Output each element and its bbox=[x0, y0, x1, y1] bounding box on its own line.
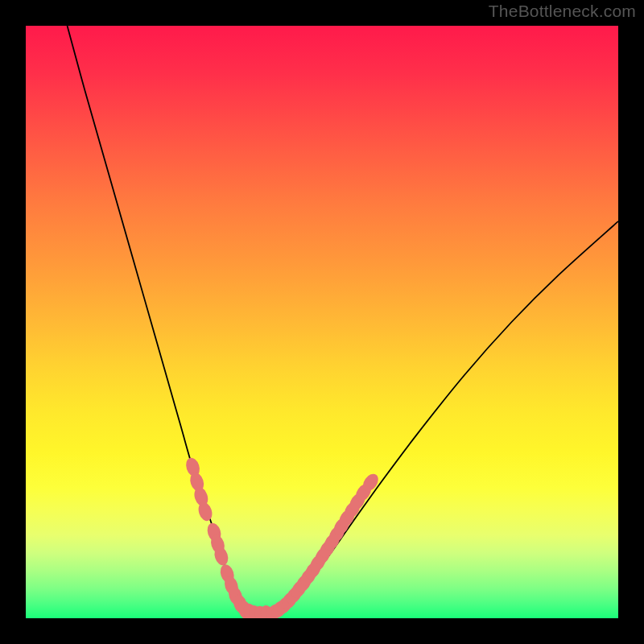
chart-frame: TheBottleneck.com bbox=[0, 0, 644, 644]
watermark-text: TheBottleneck.com bbox=[489, 2, 636, 21]
curve-layer bbox=[26, 26, 618, 618]
plot-area bbox=[26, 26, 618, 618]
bead-overlay bbox=[184, 456, 381, 618]
